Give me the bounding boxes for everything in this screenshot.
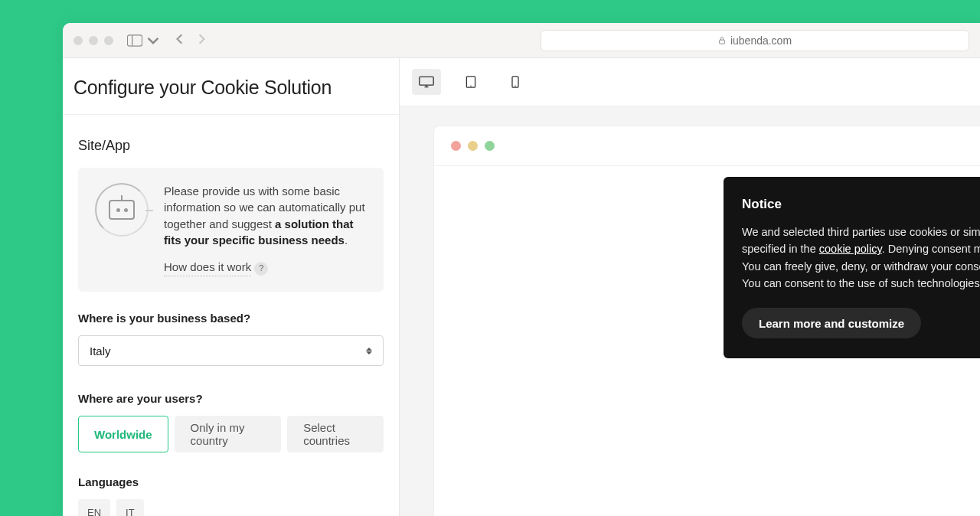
banner-line1-mid: specified in the	[742, 243, 819, 255]
banner-title: Notice	[742, 197, 980, 212]
info-text: Please provide us with some basic inform…	[164, 183, 367, 276]
desktop-icon	[419, 76, 434, 88]
language-chip-it-label: IT	[126, 507, 135, 516]
traffic-light-minimize[interactable]	[89, 36, 98, 45]
svg-point-7	[470, 85, 471, 86]
how-does-it-work-link[interactable]: How does it work	[164, 259, 251, 276]
users-option-select-countries[interactable]: Select countries	[287, 416, 384, 452]
users-option-worldwide[interactable]: Worldwide	[78, 416, 168, 452]
languages-list: EN IT	[78, 499, 384, 516]
traffic-light-zoom[interactable]	[104, 36, 113, 45]
section-siteapp-label: Site/App	[78, 138, 384, 154]
address-bar[interactable]: iubenda.com	[541, 30, 969, 51]
browser-window: iubenda.com Configure your Cookie Soluti…	[63, 23, 980, 516]
info-text-post: .	[345, 234, 348, 247]
sidebar-icon	[127, 34, 142, 47]
robot-icon	[95, 183, 149, 237]
svg-rect-2	[720, 40, 725, 44]
language-chip-it[interactable]: IT	[116, 499, 144, 516]
users-option-only-country[interactable]: Only in my country	[175, 416, 282, 452]
learn-more-button-label: Learn more and customize	[759, 317, 904, 330]
preview-stage: Notice We and selected third parties use…	[433, 126, 980, 516]
users-option-select-countries-label: Select countries	[303, 421, 368, 447]
banner-line1-post: . Denying consent may m	[882, 243, 980, 255]
preview-traffic-close	[451, 141, 461, 151]
how-link-text: How does it work	[164, 259, 251, 275]
select-caret-icon	[366, 348, 372, 354]
languages-label: Languages	[78, 475, 384, 488]
lock-icon	[718, 37, 726, 44]
mobile-icon	[508, 76, 523, 88]
svg-point-9	[514, 85, 515, 86]
browser-chrome: iubenda.com	[63, 23, 980, 58]
users-location-label: Where are your users?	[78, 392, 384, 405]
preview-traffic-zoom	[485, 141, 495, 151]
traffic-light-close[interactable]	[74, 36, 83, 45]
banner-line2: You can freely give, deny, or withdraw y…	[742, 259, 980, 274]
chevron-right-icon	[196, 34, 207, 44]
banner-line3: You can consent to the use of such techn…	[742, 276, 980, 291]
cookie-policy-link[interactable]: cookie policy	[819, 243, 882, 255]
language-chip-en[interactable]: EN	[78, 499, 110, 516]
config-sidebar: Configure your Cookie Solution Site/App …	[63, 58, 400, 516]
preview-traffic-min	[468, 141, 478, 151]
business-location-value: Italy	[90, 345, 111, 358]
preview-window-chrome	[434, 126, 980, 166]
info-card: Please provide us with some basic inform…	[78, 168, 384, 292]
address-bar-text: iubenda.com	[730, 34, 792, 47]
learn-more-button[interactable]: Learn more and customize	[742, 308, 921, 338]
business-location-label: Where is your business based?	[78, 312, 384, 325]
page-title: Configure your Cookie Solution	[74, 77, 388, 99]
device-tablet-button[interactable]	[456, 69, 485, 95]
users-option-worldwide-label: Worldwide	[94, 428, 152, 441]
device-tabs	[400, 58, 980, 106]
users-location-options: Worldwide Only in my country Select coun…	[78, 416, 384, 452]
tablet-icon	[463, 76, 479, 88]
chevron-down-icon	[145, 34, 161, 47]
nav-forward-button[interactable]	[196, 34, 207, 47]
banner-line1: We and selected third parties use cookie…	[742, 224, 980, 240]
traffic-lights	[74, 36, 113, 45]
nav-back-button[interactable]	[175, 34, 185, 47]
help-icon[interactable]: ?	[254, 262, 268, 276]
business-location-select[interactable]: Italy	[78, 335, 384, 366]
device-mobile-button[interactable]	[501, 69, 530, 95]
chevron-left-icon	[175, 34, 185, 44]
language-chip-en-label: EN	[87, 507, 101, 516]
device-desktop-button[interactable]	[412, 69, 441, 95]
banner-line1b: specified in the cookie policy. Denying …	[742, 241, 980, 256]
users-option-only-country-label: Only in my country	[191, 421, 266, 447]
sidebar-toggle[interactable]	[127, 34, 161, 47]
banner-line1-pre: We and selected third parties use cookie…	[742, 226, 980, 238]
svg-rect-3	[420, 77, 433, 85]
preview-pane: Notice We and selected third parties use…	[400, 58, 980, 516]
cookie-banner: Notice We and selected third parties use…	[724, 177, 980, 358]
svg-rect-0	[127, 34, 142, 45]
